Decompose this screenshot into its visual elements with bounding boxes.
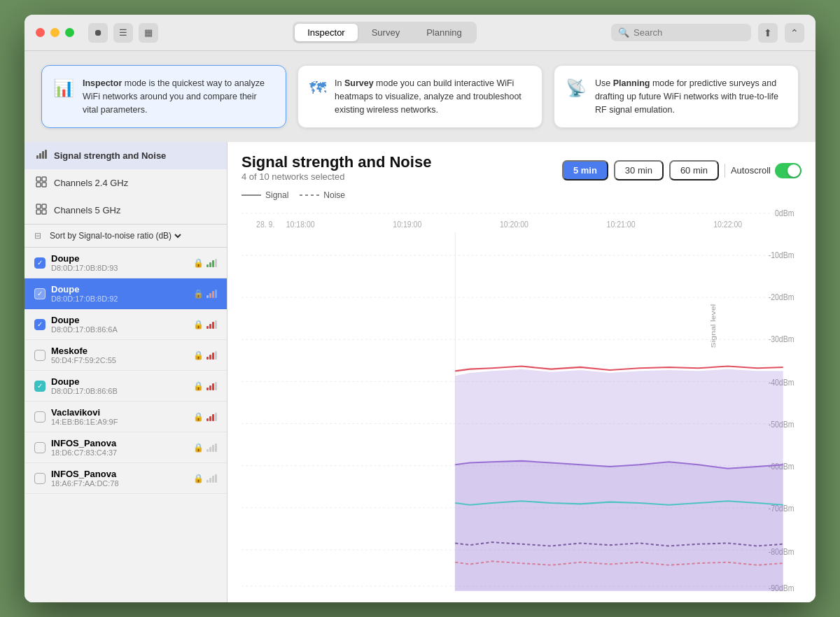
network-info: Meskofe 50:D4:F7:59:2C:55 bbox=[51, 346, 188, 364]
sidebar-item-signal-noise-label: Signal strength and Noise bbox=[54, 150, 166, 161]
network-checkbox[interactable]: ✓ bbox=[34, 257, 46, 269]
svg-text:-20dBm: -20dBm bbox=[769, 292, 794, 303]
grid-view-icon[interactable]: ▦ bbox=[139, 23, 158, 43]
list-item[interactable]: INFOS_Panova 18:D6:C7:83:C4:37 🔒 bbox=[24, 432, 227, 463]
time-controls: 5 min 30 min 60 min Autoscroll bbox=[562, 160, 802, 180]
network-mac: 18:A6:F7:AA:DC:78 bbox=[51, 479, 188, 488]
list-item[interactable]: Meskofe 50:D4:F7:59:2C:55 🔒 bbox=[24, 340, 227, 371]
sidebar-nav: Signal strength and Noise Channels 2.4 G… bbox=[24, 142, 227, 225]
network-name: Doupe bbox=[51, 315, 188, 325]
sort-select[interactable]: Sort by Signal-to-noise ratio (dB) Sort … bbox=[47, 230, 183, 241]
network-checkbox[interactable] bbox=[34, 411, 46, 423]
network-name: INFOS_Panova bbox=[51, 469, 188, 479]
network-icons: 🔒 bbox=[193, 320, 217, 329]
toggle-knob bbox=[788, 164, 800, 177]
network-icons: 🔒 bbox=[193, 350, 217, 360]
list-item[interactable]: Vaclavikovi 14:EB:B6:1E:A9:9F 🔒 bbox=[24, 402, 227, 432]
network-icons: 🔒 bbox=[193, 258, 217, 268]
search-input[interactable] bbox=[634, 27, 744, 38]
network-checkbox[interactable]: ✓ bbox=[34, 319, 46, 330]
network-icons: 🔒 bbox=[193, 474, 217, 483]
network-checkbox[interactable]: ✓ bbox=[34, 288, 46, 299]
list-view-icon[interactable]: ☰ bbox=[113, 23, 133, 43]
autoscroll-toggle[interactable] bbox=[775, 163, 802, 178]
network-checkbox[interactable] bbox=[34, 473, 46, 484]
legend-noise: Noise bbox=[300, 190, 345, 200]
inspector-banner: 📊 Inspector mode is the quickest way to … bbox=[41, 65, 286, 128]
signal-bars bbox=[206, 474, 217, 483]
autoscroll-label: Autoscroll bbox=[731, 165, 771, 176]
tab-inspector[interactable]: Inspector bbox=[295, 24, 357, 41]
network-mac: 50:D4:F7:59:2C:55 bbox=[51, 356, 188, 364]
list-item[interactable]: ✓ Doupe D8:0D:17:0B:86:6B 🔒 bbox=[24, 371, 227, 402]
svg-rect-11 bbox=[42, 210, 46, 214]
maximize-button[interactable] bbox=[65, 28, 74, 37]
svg-rect-3 bbox=[45, 150, 47, 159]
time-btn-5min[interactable]: 5 min bbox=[562, 160, 608, 180]
sidebar-item-channels-5g-label: Channels 5 GHz bbox=[54, 205, 120, 215]
chart-area: 0dBm -10dBm -20dBm -30dBm -40dBm -50dBm … bbox=[241, 208, 802, 591]
planning-banner-icon: 📡 bbox=[566, 78, 587, 98]
network-mac: D8:0D:17:0B:86:6B bbox=[51, 387, 188, 395]
sidebar-item-signal-noise[interactable]: Signal strength and Noise bbox=[24, 142, 227, 169]
close-button[interactable] bbox=[36, 28, 45, 37]
survey-banner-text: In Survey mode you can build interactive… bbox=[335, 77, 531, 116]
svg-text:-10dBm: -10dBm bbox=[769, 250, 794, 261]
svg-text:28. 9.: 28. 9. bbox=[256, 219, 274, 230]
network-mac: D8:0D:17:0B:86:6A bbox=[51, 325, 188, 334]
network-checkbox[interactable] bbox=[34, 442, 46, 453]
network-icons: 🔒 bbox=[193, 381, 217, 391]
network-name: Doupe bbox=[51, 253, 188, 264]
signal-bars bbox=[206, 290, 217, 298]
inspector-banner-icon: 📊 bbox=[53, 78, 74, 98]
network-checkbox[interactable]: ✓ bbox=[34, 381, 46, 392]
minimize-button[interactable] bbox=[50, 28, 59, 37]
lock-icon: 🔒 bbox=[193, 289, 204, 299]
lock-icon: 🔒 bbox=[193, 474, 204, 483]
sidebar-item-channels-2g[interactable]: Channels 2.4 GHz bbox=[24, 169, 227, 197]
sidebar-item-channels-5g[interactable]: Channels 5 GHz bbox=[24, 197, 227, 224]
search-bar[interactable]: 🔍 bbox=[611, 24, 751, 41]
share-button[interactable]: ⬆ bbox=[758, 23, 778, 43]
autoscroll-row: Autoscroll bbox=[731, 163, 802, 178]
network-name: Doupe bbox=[51, 376, 188, 387]
main-window: ⏺ ☰ ▦ Inspector Survey Planning 🔍 ⬆ ⌃ 📊 bbox=[24, 15, 816, 602]
network-info: INFOS_Panova 18:D6:C7:83:C4:37 bbox=[51, 438, 188, 457]
svg-text:10:21:00: 10:21:00 bbox=[607, 219, 636, 230]
collapse-button[interactable]: ⌃ bbox=[785, 23, 804, 43]
tab-survey[interactable]: Survey bbox=[359, 24, 412, 41]
network-checkbox[interactable] bbox=[34, 350, 46, 361]
network-mac: 14:EB:B6:1E:A9:9F bbox=[51, 418, 188, 426]
network-icons: 🔒 bbox=[193, 412, 217, 422]
network-name: Meskofe bbox=[51, 346, 188, 356]
svg-rect-8 bbox=[36, 204, 41, 208]
list-item[interactable]: ✓ Doupe D8:0D:17:0B:8D:92 🔒 bbox=[24, 278, 227, 309]
network-info: Vaclavikovi 14:EB:B6:1E:A9:9F bbox=[51, 407, 188, 426]
list-item[interactable]: ✓ Doupe D8:0D:17:0B:8D:93 🔒 bbox=[24, 248, 227, 278]
svg-text:10:18:00: 10:18:00 bbox=[286, 219, 315, 230]
legend-signal: Signal bbox=[241, 190, 288, 200]
network-info: Doupe D8:0D:17:0B:86:6A bbox=[51, 315, 188, 334]
sidebar-item-channels-2g-label: Channels 2.4 GHz bbox=[54, 178, 128, 188]
svg-text:10:20:00: 10:20:00 bbox=[500, 219, 528, 230]
list-item[interactable]: ✓ Doupe D8:0D:17:0B:86:6A 🔒 bbox=[24, 309, 227, 340]
lock-icon: 🔒 bbox=[193, 443, 204, 453]
tab-planning[interactable]: Planning bbox=[414, 24, 475, 41]
titlebar-right: 🔍 ⬆ ⌃ bbox=[611, 23, 804, 43]
svg-rect-0 bbox=[36, 155, 38, 159]
legend-noise-label: Noise bbox=[323, 190, 345, 200]
network-mac: 18:D6:C7:83:C4:37 bbox=[51, 448, 188, 457]
window-toolbar-icons: ⏺ ☰ ▦ bbox=[88, 23, 158, 43]
survey-banner-icon: 🗺 bbox=[309, 78, 326, 98]
signal-bars bbox=[206, 444, 217, 452]
signal-bars bbox=[206, 382, 217, 390]
chart-svg: 0dBm -10dBm -20dBm -30dBm -40dBm -50dBm … bbox=[241, 208, 802, 591]
network-info: Doupe D8:0D:17:0B:8D:92 bbox=[51, 284, 188, 303]
list-item[interactable]: INFOS_Panova 18:A6:F7:AA:DC:78 🔒 bbox=[24, 463, 227, 494]
inspector-banner-text: Inspector mode is the quickest way to an… bbox=[83, 77, 274, 116]
time-btn-60min[interactable]: 60 min bbox=[669, 160, 719, 180]
chart-legend: Signal Noise bbox=[241, 190, 802, 200]
time-btn-30min[interactable]: 30 min bbox=[614, 160, 664, 180]
svg-rect-2 bbox=[42, 151, 44, 159]
capture-icon[interactable]: ⏺ bbox=[88, 23, 108, 43]
